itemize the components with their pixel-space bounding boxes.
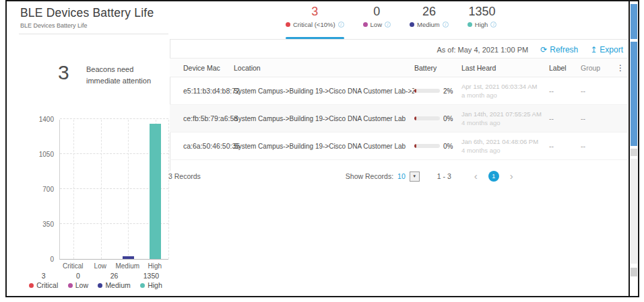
critical-dot-icon xyxy=(286,22,290,27)
info-icon[interactable]: i xyxy=(338,22,344,28)
device-location: System Campus->Building 19->Cisco DNA Cu… xyxy=(234,143,414,150)
y-axis-tick-label: 1400 xyxy=(19,116,54,123)
page-subtitle: BLE Devices Battery Life xyxy=(20,22,88,29)
medium-dot-icon xyxy=(410,22,414,27)
battery-cell: 0% xyxy=(414,143,461,150)
beacons-attention-caption: Beacons need immediate attention xyxy=(86,64,152,86)
tab-high[interactable]: 1350 High i xyxy=(458,4,507,39)
device-location: System Campus->Building 19->Cisco DNA Cu… xyxy=(234,115,414,122)
col-header-label[interactable]: Label xyxy=(549,64,581,72)
battery-percent: 0% xyxy=(443,115,453,122)
critical-dot-icon xyxy=(29,283,34,288)
beacons-attention-count: 3 xyxy=(58,61,69,84)
show-records-dropdown[interactable]: ▼ xyxy=(410,172,420,182)
tab-medium-label: Medium xyxy=(417,21,440,28)
y-axis-tick-label: 0 xyxy=(19,256,54,263)
col-header-device-mac[interactable]: Device Mac xyxy=(170,64,234,72)
col-header-last-heard[interactable]: Last Heard xyxy=(461,64,549,72)
last-heard-relative: 4 months ago xyxy=(461,119,549,126)
dashboard-window: BLE Devices Battery Life BLE Devices Bat… xyxy=(5,0,639,297)
battery-bar xyxy=(414,116,440,120)
show-records-control: Show Records: 10 ▼ xyxy=(346,172,420,182)
show-records-value[interactable]: 10 xyxy=(397,172,406,180)
gridline xyxy=(73,120,74,259)
tab-high-count: 1350 xyxy=(468,4,497,19)
tab-critical-label: Critical (<10%) xyxy=(293,21,335,28)
group-cell: -- xyxy=(581,142,627,150)
y-axis-tick-label: 350 xyxy=(19,221,54,228)
legend-item-high[interactable]: 1350High xyxy=(140,272,162,289)
medium-dot-icon xyxy=(98,283,102,288)
export-button[interactable]: ↥ Export xyxy=(590,45,623,54)
table-row[interactable]: ce:fb:5b:79:a6:5d System Campus->Buildin… xyxy=(170,105,627,133)
legend-value: 0 xyxy=(76,272,80,280)
tab-medium-count: 26 xyxy=(410,4,449,19)
battery-bar-chart xyxy=(59,120,168,260)
table-row[interactable]: e5:11:b3:d4:b8:72 System Campus->Buildin… xyxy=(170,77,627,105)
tab-critical[interactable]: 3 Critical (<10%) i xyxy=(276,4,354,39)
battery-percent: 0% xyxy=(443,143,453,150)
column-settings-kebab-icon[interactable]: ⋮ xyxy=(616,65,624,71)
pagination: ‹ 1 › xyxy=(474,171,513,182)
page-range: 1 - 3 xyxy=(437,172,451,180)
battery-bar xyxy=(414,89,440,93)
current-page-button[interactable]: 1 xyxy=(488,171,499,182)
last-heard-cell: Jan 6th, 2021 04:48:06 PM 4 months ago xyxy=(461,138,549,154)
tab-critical-count: 3 xyxy=(286,4,344,19)
table-row[interactable]: ca:6a:50:46:50:35 System Campus->Buildin… xyxy=(170,133,627,160)
device-mac: ca:6a:50:46:50:35 xyxy=(170,142,234,150)
table-footer: 3 Records Show Records: 10 ▼ 1 - 3 ‹ 1 › xyxy=(168,165,626,187)
tab-medium[interactable]: 26 Medium i xyxy=(400,4,458,39)
y-axis-tick-label: 1050 xyxy=(19,151,54,158)
header-divider xyxy=(170,39,627,40)
devices-table: Device Mac Location Battery Last Heard L… xyxy=(170,58,627,160)
y-axis-tick-label: 700 xyxy=(19,186,54,193)
prev-page-chevron-icon[interactable]: ‹ xyxy=(474,172,478,181)
clipped-edge-segment xyxy=(631,159,637,264)
gridline xyxy=(101,120,102,259)
last-heard-cell: Jan 14th, 2021 07:55:25 AM 4 months ago xyxy=(461,110,549,126)
chart-bar-medium[interactable] xyxy=(123,256,134,259)
info-icon[interactable]: i xyxy=(443,22,449,28)
refresh-icon: ⟳ xyxy=(540,45,547,54)
tab-low-count: 0 xyxy=(363,4,391,19)
device-location: System Campus->Building 19->Cisco DNA Cu… xyxy=(234,87,414,95)
x-axis-label: High xyxy=(148,262,162,270)
last-heard-date: Jan 6th, 2021 04:48:06 PM xyxy=(461,138,549,145)
x-axis-label: Medium xyxy=(115,262,139,270)
legend-value: 1350 xyxy=(143,272,159,280)
group-cell: -- xyxy=(581,114,627,122)
device-mac: ce:fb:5b:79:a6:5d xyxy=(170,114,234,122)
col-header-group[interactable]: Group xyxy=(581,64,600,72)
severity-tabs: 3 Critical (<10%) i 0 Low i 26 xyxy=(276,4,506,39)
tab-low[interactable]: 0 Low i xyxy=(354,4,400,39)
table-toolbar: As of: May 4, 2021 1:00 PM ⟳ Refresh ↥ E… xyxy=(170,42,627,58)
refresh-button[interactable]: ⟳ Refresh xyxy=(540,45,578,54)
legend-item-low[interactable]: 0Low xyxy=(68,272,88,289)
gridline xyxy=(128,120,129,259)
clipped-window-edge xyxy=(629,1,638,296)
low-dot-icon xyxy=(68,283,73,288)
chart-legend: 3Critical0Low26Medium1350High xyxy=(24,272,167,289)
info-icon[interactable]: i xyxy=(385,22,391,28)
legend-item-critical[interactable]: 3Critical xyxy=(29,272,58,289)
info-icon[interactable]: i xyxy=(490,22,496,28)
refresh-label: Refresh xyxy=(550,45,578,54)
x-axis-label: Low xyxy=(94,262,106,270)
battery-cell: 0% xyxy=(414,115,461,122)
gridline xyxy=(60,118,168,119)
battery-percent: 2% xyxy=(443,87,453,95)
col-header-location[interactable]: Location xyxy=(234,64,414,72)
next-page-chevron-icon[interactable]: › xyxy=(510,172,513,181)
table-header-row: Device Mac Location Battery Last Heard L… xyxy=(170,58,627,77)
clipped-edge-segment xyxy=(631,268,637,276)
chart-bar-high[interactable] xyxy=(150,124,161,259)
as-of-timestamp: As of: May 4, 2021 1:00 PM xyxy=(437,46,528,54)
last-heard-date: Jan 14th, 2021 07:55:25 AM xyxy=(461,110,549,118)
legend-label: High xyxy=(148,281,162,289)
legend-item-medium[interactable]: 26Medium xyxy=(98,272,130,289)
last-heard-relative: a month ago xyxy=(461,91,549,99)
label-cell: -- xyxy=(549,142,581,150)
high-dot-icon xyxy=(468,22,472,27)
col-header-battery[interactable]: Battery xyxy=(414,64,461,72)
